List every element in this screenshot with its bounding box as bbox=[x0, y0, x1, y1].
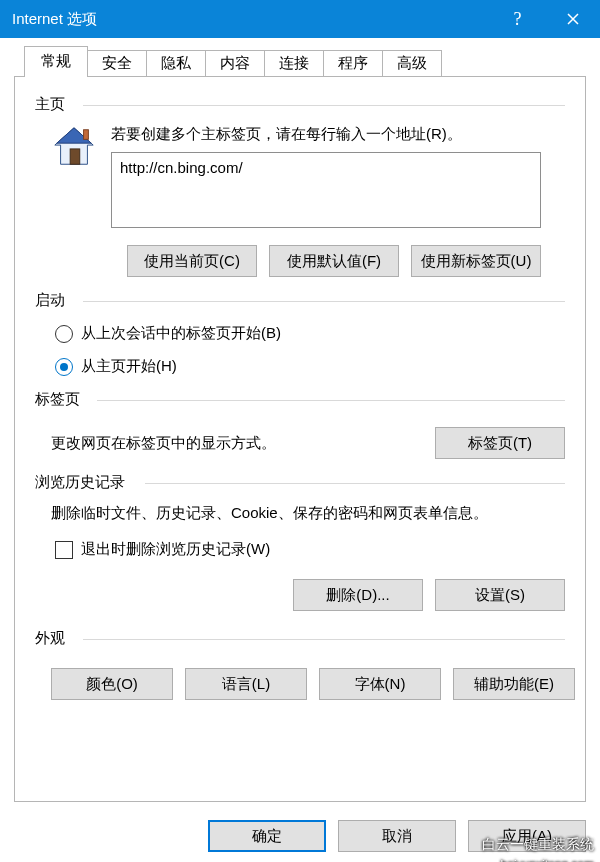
tab-general[interactable]: 常规 bbox=[24, 46, 88, 77]
group-history: 浏览历史记录 删除临时文件、历史记录、Cookie、保存的密码和网页表单信息。 … bbox=[35, 473, 565, 611]
radio-home-label: 从主页开始(H) bbox=[81, 357, 177, 376]
tabs-text: 更改网页在标签页中的显示方式。 bbox=[51, 434, 276, 453]
homepage-instruction: 若要创建多个主标签页，请在每行输入一个地址(R)。 bbox=[111, 124, 565, 144]
delete-on-exit-label: 退出时删除浏览历史记录(W) bbox=[81, 540, 270, 559]
colors-button[interactable]: 颜色(O) bbox=[51, 668, 173, 700]
radio-last-session[interactable]: 从上次会话中的标签页开始(B) bbox=[55, 324, 565, 343]
languages-button[interactable]: 语言(L) bbox=[185, 668, 307, 700]
fonts-button[interactable]: 字体(N) bbox=[319, 668, 441, 700]
use-newtab-button[interactable]: 使用新标签页(U) bbox=[411, 245, 541, 277]
radio-home[interactable]: 从主页开始(H) bbox=[55, 357, 565, 376]
group-startup: 启动 从上次会话中的标签页开始(B) 从主页开始(H) bbox=[35, 291, 565, 376]
ok-button[interactable]: 确定 bbox=[208, 820, 326, 852]
close-icon bbox=[567, 13, 579, 25]
group-appearance: 外观 颜色(O) 语言(L) 字体(N) 辅助功能(E) bbox=[35, 629, 565, 700]
group-homepage-label: 主页 bbox=[35, 95, 65, 112]
accessibility-button[interactable]: 辅助功能(E) bbox=[453, 668, 575, 700]
checkbox-icon bbox=[55, 541, 73, 559]
watermark-url: baiyunxitong.com bbox=[501, 858, 594, 862]
help-icon: ? bbox=[514, 9, 522, 30]
history-text: 删除临时文件、历史记录、Cookie、保存的密码和网页表单信息。 bbox=[51, 502, 565, 524]
homepage-input[interactable] bbox=[111, 152, 541, 228]
dialog-action-row: 确定 取消 应用(A) bbox=[208, 820, 586, 852]
group-tabs: 标签页 更改网页在标签页中的显示方式。 标签页(T) bbox=[35, 390, 565, 459]
tab-connections[interactable]: 连接 bbox=[265, 50, 324, 77]
titlebar: Internet 选项 ? bbox=[0, 0, 600, 38]
tab-security[interactable]: 安全 bbox=[88, 50, 147, 77]
tab-content[interactable]: 内容 bbox=[206, 50, 265, 77]
svg-rect-3 bbox=[84, 130, 89, 140]
use-default-button[interactable]: 使用默认值(F) bbox=[269, 245, 399, 277]
home-icon bbox=[51, 124, 111, 231]
group-appearance-label: 外观 bbox=[35, 629, 65, 646]
tab-panel-general: 主页 若要创建多个主标签页，请在每行输入一个地址(R)。 bbox=[14, 76, 586, 802]
tab-advanced[interactable]: 高级 bbox=[383, 50, 442, 77]
tab-strip: 常规 安全 隐私 内容 连接 程序 高级 bbox=[2, 40, 598, 76]
group-startup-label: 启动 bbox=[35, 291, 65, 308]
group-tabs-label: 标签页 bbox=[35, 390, 80, 407]
cancel-button[interactable]: 取消 bbox=[338, 820, 456, 852]
radio-last-session-label: 从上次会话中的标签页开始(B) bbox=[81, 324, 281, 343]
help-button[interactable]: ? bbox=[490, 0, 545, 38]
apply-button[interactable]: 应用(A) bbox=[468, 820, 586, 852]
tabs-button[interactable]: 标签页(T) bbox=[435, 427, 565, 459]
radio-icon bbox=[55, 325, 73, 343]
client-area: 常规 安全 隐私 内容 连接 程序 高级 主页 bbox=[0, 38, 600, 802]
use-current-button[interactable]: 使用当前页(C) bbox=[127, 245, 257, 277]
close-button[interactable] bbox=[545, 0, 600, 38]
radio-icon bbox=[55, 358, 73, 376]
delete-button[interactable]: 删除(D)... bbox=[293, 579, 423, 611]
delete-on-exit-checkbox[interactable]: 退出时删除浏览历史记录(W) bbox=[55, 540, 565, 559]
window-title: Internet 选项 bbox=[12, 10, 490, 29]
svg-rect-2 bbox=[70, 149, 80, 164]
group-homepage: 主页 若要创建多个主标签页，请在每行输入一个地址(R)。 bbox=[35, 95, 565, 277]
settings-button[interactable]: 设置(S) bbox=[435, 579, 565, 611]
tab-privacy[interactable]: 隐私 bbox=[147, 50, 206, 77]
tab-programs[interactable]: 程序 bbox=[324, 50, 383, 77]
group-history-label: 浏览历史记录 bbox=[35, 473, 125, 490]
